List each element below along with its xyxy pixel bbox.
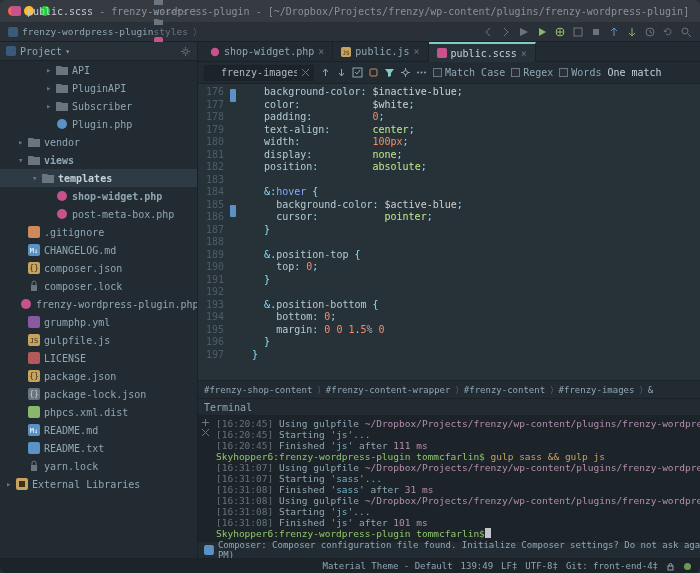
tree-item[interactable]: Plugin.php xyxy=(0,115,197,133)
tree-item[interactable]: ▸API xyxy=(0,61,197,79)
tree-item[interactable]: ▸vendor xyxy=(0,133,197,151)
tree-item[interactable]: shop-widget.php xyxy=(0,187,197,205)
filter-icon[interactable] xyxy=(384,67,395,78)
theme-indicator[interactable]: Material Theme - Default xyxy=(323,561,453,571)
tree-item-label: views xyxy=(44,155,74,166)
breadcrumb-project[interactable]: frenzy-wordpress-plugin xyxy=(22,26,154,37)
tree-item[interactable]: ▸Subscriber xyxy=(0,97,197,115)
lock-icon[interactable] xyxy=(666,562,675,571)
editor-breadcrumbs[interactable]: #frenzy-shop-content⟩#frenzy-content-wra… xyxy=(198,380,700,398)
code-content[interactable]: background-color: $inactive-blue; color:… xyxy=(238,84,700,380)
xml-icon xyxy=(28,406,40,418)
tab-label: shop-widget.php xyxy=(224,46,314,57)
terminal-line: [16:20:45] Starting 'js'... xyxy=(216,429,700,440)
words-checkbox[interactable]: Words xyxy=(559,67,601,78)
run-icon[interactable] xyxy=(536,26,548,38)
vcs-history-icon[interactable] xyxy=(644,26,656,38)
tree-item-label: LICENSE xyxy=(44,353,86,364)
editor-tab[interactable]: public.scss× xyxy=(429,42,536,62)
md-icon: M↓ xyxy=(28,424,40,436)
debug-icon[interactable] xyxy=(554,26,566,38)
expand-arrow-icon[interactable]: ▸ xyxy=(46,65,54,75)
tree-item[interactable]: ▾templates xyxy=(0,169,197,187)
selector-crumb[interactable]: #frenzy-content xyxy=(464,385,545,395)
tree-item[interactable]: post-meta-box.php xyxy=(0,205,197,223)
tree-item[interactable]: composer.lock xyxy=(0,277,197,295)
expand-arrow-icon[interactable]: ▸ xyxy=(18,137,26,147)
next-match-icon[interactable] xyxy=(336,67,347,78)
expand-arrow-icon[interactable]: ▾ xyxy=(18,155,26,165)
chevron-down-icon[interactable]: ▾ xyxy=(65,47,70,56)
project-tree[interactable]: ▸API▸PluginAPI▸SubscriberPlugin.php▸vend… xyxy=(0,61,197,558)
terminal-tool-header[interactable]: Terminal xyxy=(198,399,700,416)
tree-item[interactable]: {}composer.json xyxy=(0,259,197,277)
tree-item[interactable]: {}package-lock.json xyxy=(0,385,197,403)
expand-arrow-icon[interactable]: ▸ xyxy=(46,101,54,111)
tree-item[interactable]: M↓CHANGELOG.md xyxy=(0,241,197,259)
match-case-checkbox[interactable]: Match Case xyxy=(433,67,505,78)
project-tool-header[interactable]: Project ▾ xyxy=(0,42,197,61)
svg-rect-47 xyxy=(668,566,673,570)
select-all-icon[interactable] xyxy=(352,67,363,78)
tree-item[interactable]: M↓README.md xyxy=(0,421,197,439)
prev-match-icon[interactable] xyxy=(320,67,331,78)
tree-item[interactable]: phpcs.xml.dist xyxy=(0,403,197,421)
expand-arrow-icon[interactable]: ▾ xyxy=(32,173,40,183)
notification-bar[interactable]: Composer: Composer configuration file fo… xyxy=(198,541,700,558)
line-gutter[interactable]: 1761771781791801811821831841851861871881… xyxy=(198,84,230,380)
clear-icon[interactable] xyxy=(301,68,310,77)
terminal-content[interactable]: [16:20:45] Using gulpfile ~/Dropbox/Proj… xyxy=(212,416,700,541)
settings-icon[interactable] xyxy=(400,67,411,78)
forward-icon[interactable] xyxy=(500,26,512,38)
caret-position[interactable]: 139:49 xyxy=(461,561,494,571)
inspector-icon[interactable] xyxy=(683,562,692,571)
close-tab-icon[interactable]: × xyxy=(318,46,324,57)
encoding-indicator[interactable]: UTF-8‡ xyxy=(525,561,558,571)
editor-tab[interactable]: shop-widget.php× xyxy=(202,42,333,61)
composer-icon xyxy=(204,545,214,555)
line-separator[interactable]: LF‡ xyxy=(501,561,517,571)
vcs-revert-icon[interactable] xyxy=(662,26,674,38)
project-tool-label: Project xyxy=(20,46,62,57)
gear-icon[interactable] xyxy=(180,46,191,57)
back-icon[interactable] xyxy=(482,26,494,38)
close-tab-icon[interactable]: × xyxy=(414,46,420,57)
vcs-update-icon[interactable] xyxy=(608,26,620,38)
tree-item[interactable]: LICENSE xyxy=(0,349,197,367)
tree-item[interactable]: README.txt xyxy=(0,439,197,457)
git-branch[interactable]: Git: front-end-4‡ xyxy=(566,561,658,571)
tree-item[interactable]: ▸External Libraries xyxy=(0,475,197,493)
add-selection-icon[interactable] xyxy=(368,67,379,78)
tree-item[interactable]: JSgulpfile.js xyxy=(0,331,197,349)
find-input[interactable] xyxy=(204,65,314,81)
selector-crumb[interactable]: #frenzy-images xyxy=(559,385,635,395)
close-session-icon[interactable] xyxy=(201,428,210,437)
tree-item[interactable]: .gitignore xyxy=(0,223,197,241)
svg-rect-33 xyxy=(31,465,37,471)
editor-tab[interactable]: JSpublic.js× xyxy=(333,42,428,61)
tree-item[interactable]: grumphp.yml xyxy=(0,313,197,331)
tree-item[interactable]: yarn.lock xyxy=(0,457,197,475)
expand-arrow-icon[interactable]: ▸ xyxy=(6,479,14,489)
tree-item[interactable]: {}package.json xyxy=(0,367,197,385)
selector-crumb[interactable]: #frenzy-shop-content xyxy=(204,385,312,395)
more-icon[interactable] xyxy=(416,67,427,78)
tree-item[interactable]: ▾views xyxy=(0,151,197,169)
tree-item[interactable]: frenzy-wordpress-plugin.php xyxy=(0,295,197,313)
build-icon[interactable] xyxy=(518,26,530,38)
editor-tabs: shop-widget.php×JSpublic.js×public.scss× xyxy=(198,42,700,62)
attach-icon[interactable] xyxy=(572,26,584,38)
editor-area[interactable]: 1761771781791801811821831841851861871881… xyxy=(198,84,700,380)
selector-crumb[interactable]: & xyxy=(648,385,653,395)
close-tab-icon[interactable]: × xyxy=(521,48,527,59)
svg-rect-5 xyxy=(574,28,582,36)
stop-icon[interactable] xyxy=(590,26,602,38)
regex-checkbox[interactable]: Regex xyxy=(511,67,553,78)
search-icon[interactable] xyxy=(680,26,692,38)
breadcrumb-item[interactable]: styles xyxy=(154,26,188,37)
selector-crumb[interactable]: #frenzy-content-wrapper xyxy=(326,385,451,395)
tree-item[interactable]: ▸PluginAPI xyxy=(0,79,197,97)
new-session-icon[interactable] xyxy=(201,418,210,427)
expand-arrow-icon[interactable]: ▸ xyxy=(46,83,54,93)
vcs-commit-icon[interactable] xyxy=(626,26,638,38)
